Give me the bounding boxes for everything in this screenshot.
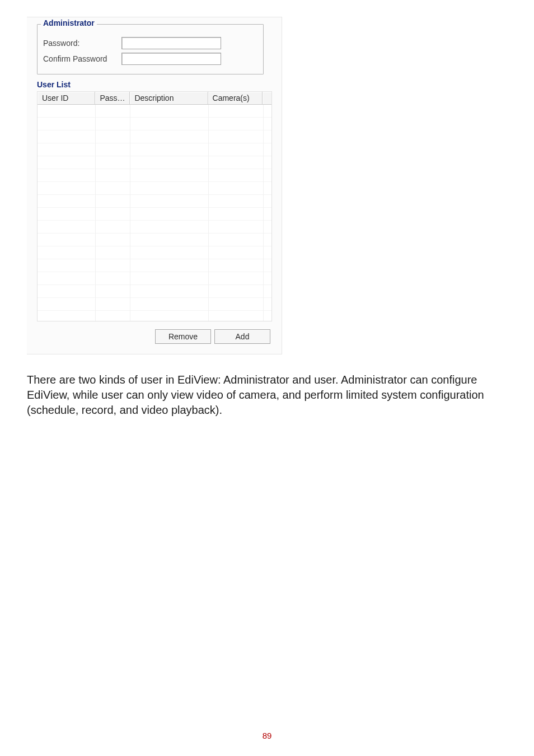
- button-row: Remove Add: [27, 329, 270, 344]
- password-row: Password:: [43, 37, 257, 49]
- confirm-password-label: Confirm Password: [43, 54, 121, 63]
- password-label: Password:: [43, 39, 121, 48]
- user-list-heading: User List: [37, 80, 282, 89]
- user-config-panel: Administrator Password: Confirm Password…: [27, 17, 282, 354]
- col-cameras[interactable]: Camera(s): [208, 92, 263, 105]
- confirm-password-row: Confirm Password: [43, 53, 257, 65]
- user-list-header: User ID Pass… Description Camera(s): [38, 92, 271, 105]
- col-user-id[interactable]: User ID: [38, 92, 95, 105]
- remove-button[interactable]: Remove: [155, 329, 211, 344]
- add-button[interactable]: Add: [214, 329, 270, 344]
- user-list-table: User ID Pass… Description Camera(s): [37, 91, 272, 321]
- col-spacer: [263, 92, 271, 105]
- col-description[interactable]: Description: [130, 92, 208, 105]
- page-number: 89: [0, 731, 534, 740]
- description-paragraph: There are two kinds of user in EdiView: …: [27, 372, 507, 418]
- password-input[interactable]: [121, 37, 221, 49]
- confirm-password-input[interactable]: [121, 53, 221, 65]
- administrator-groupbox: Administrator Password: Confirm Password: [37, 24, 264, 74]
- user-list-body[interactable]: [38, 105, 271, 321]
- col-password[interactable]: Pass…: [95, 92, 130, 105]
- administrator-legend: Administrator: [41, 18, 97, 27]
